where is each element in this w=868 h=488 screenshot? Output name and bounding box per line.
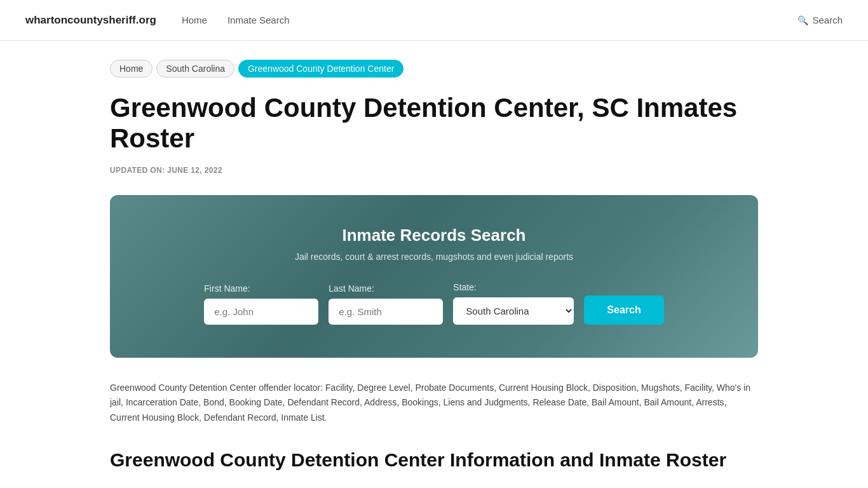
search-panel-title: Inmate Records Search (135, 226, 733, 245)
last-name-input[interactable] (329, 299, 443, 325)
updated-date: UPDATED ON: JUNE 12, 2022 (110, 166, 758, 175)
section-heading: Greenwood County Detention Center Inform… (110, 449, 758, 471)
breadcrumb-state[interactable]: South Carolina (156, 60, 234, 78)
updated-date-value: JUNE 12, 2022 (167, 166, 222, 175)
breadcrumb: Home South Carolina Greenwood County Det… (110, 60, 758, 78)
state-field: State: AlabamaAlaskaArizonaArkansasCalif… (453, 282, 574, 325)
description-text: Greenwood County Detention Center offend… (110, 381, 758, 426)
state-select[interactable]: AlabamaAlaskaArizonaArkansasCaliforniaCo… (453, 297, 574, 325)
first-name-field: First Name: (204, 283, 318, 325)
header-search[interactable]: 🔍 Search (797, 15, 843, 25)
updated-prefix: UPDATED ON: (110, 166, 165, 175)
main-content: Home South Carolina Greenwood County Det… (85, 41, 783, 488)
nav-inmate-search[interactable]: Inmate Search (227, 15, 290, 25)
breadcrumb-home[interactable]: Home (110, 60, 153, 78)
first-name-input[interactable] (204, 299, 318, 325)
search-form: First Name: Last Name: State: AlabamaAla… (135, 282, 733, 325)
search-icon: 🔍 (797, 15, 808, 25)
page-title: Greenwood County Detention Center, SC In… (110, 93, 758, 154)
breadcrumb-facility[interactable]: Greenwood County Detention Center (238, 60, 403, 78)
header-search-label: Search (812, 15, 843, 25)
state-label: State: (453, 282, 477, 292)
search-panel-subtitle: Jail records, court & arrest records, mu… (135, 252, 733, 262)
search-panel: Inmate Records Search Jail records, cour… (110, 195, 758, 358)
search-button[interactable]: Search (584, 295, 663, 325)
site-header: whartoncountysheriff.org Home Inmate Sea… (0, 0, 868, 41)
main-nav: Home Inmate Search (182, 15, 773, 25)
last-name-field: Last Name: (329, 283, 443, 325)
nav-home[interactable]: Home (182, 15, 207, 25)
last-name-label: Last Name: (329, 283, 374, 294)
site-title: whartoncountysheriff.org (25, 14, 156, 27)
first-name-label: First Name: (204, 283, 250, 294)
